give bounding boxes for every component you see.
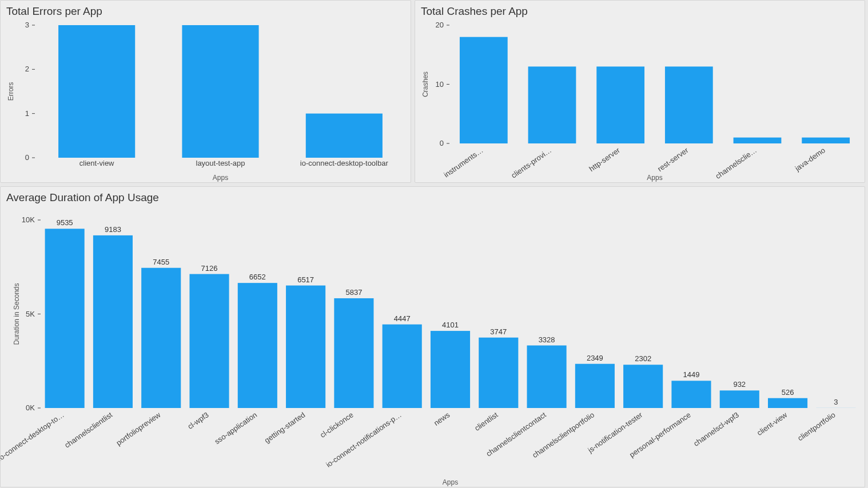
svg-text:layout-test-app: layout-test-app <box>196 159 245 167</box>
svg-text:Errors: Errors <box>7 82 15 101</box>
svg-text:clientlist: clientlist <box>473 410 500 433</box>
svg-text:5K: 5K <box>26 310 35 318</box>
svg-text:4447: 4447 <box>394 314 411 323</box>
svg-text:Duration in Seconds: Duration in Seconds <box>13 283 21 345</box>
bar <box>479 338 518 408</box>
svg-text:channelscl-wpf3: channelscl-wpf3 <box>692 410 740 448</box>
svg-text:instruments…: instruments… <box>442 146 484 179</box>
svg-text:20: 20 <box>436 22 444 29</box>
svg-text:0: 0 <box>25 153 29 162</box>
svg-text:Crashes: Crashes <box>421 71 429 97</box>
svg-text:Apps: Apps <box>213 174 228 182</box>
bar <box>286 286 325 408</box>
bar <box>528 66 576 143</box>
panel-title-duration: Average Duration of App Usage <box>1 187 865 205</box>
svg-text:3: 3 <box>25 22 29 29</box>
bar <box>768 398 807 408</box>
svg-text:cl-clickonce: cl-clickonce <box>318 410 355 439</box>
svg-text:526: 526 <box>782 388 794 397</box>
svg-text:3: 3 <box>834 398 838 406</box>
svg-text:932: 932 <box>733 380 746 389</box>
bar <box>720 390 759 408</box>
chart-crashes: 01020Crashesinstruments…clients-provi…ht… <box>415 22 865 182</box>
svg-text:Apps: Apps <box>443 478 458 486</box>
svg-text:0K: 0K <box>26 403 35 412</box>
svg-text:sso-application: sso-application <box>213 410 258 446</box>
panel-crashes: Total Crashes per App 01020Crashesinstru… <box>415 0 865 183</box>
svg-text:io-connect-notifications-p…: io-connect-notifications-p… <box>324 410 403 469</box>
svg-text:7455: 7455 <box>153 258 169 266</box>
svg-text:news: news <box>432 410 452 427</box>
svg-text:http-server: http-server <box>587 146 622 173</box>
panel-errors: Total Errors per App 0123Errorsclient-vi… <box>0 0 411 183</box>
svg-text:4101: 4101 <box>442 321 459 329</box>
svg-text:3747: 3747 <box>490 327 507 336</box>
svg-text:5837: 5837 <box>345 288 362 297</box>
bar <box>527 346 567 408</box>
svg-text:java-demo: java-demo <box>793 146 827 173</box>
svg-text:2302: 2302 <box>635 354 651 363</box>
svg-text:9535: 9535 <box>57 218 73 227</box>
panel-title-errors: Total Errors per App <box>1 1 411 19</box>
svg-text:client-view: client-view <box>755 410 789 437</box>
svg-text:getting-started: getting-started <box>263 410 307 445</box>
bar <box>334 298 373 408</box>
svg-text:7126: 7126 <box>201 264 218 273</box>
bar <box>431 331 470 408</box>
svg-text:client-view: client-view <box>79 159 114 167</box>
svg-text:clients-provi…: clients-provi… <box>509 146 553 180</box>
svg-text:io-connect-desktop-to…: io-connect-desktop-to… <box>1 410 66 462</box>
svg-text:io-connect-desktop-toolbar: io-connect-desktop-toolbar <box>300 159 389 167</box>
bar <box>623 365 663 408</box>
bar <box>306 114 383 158</box>
panel-title-crashes: Total Crashes per App <box>415 1 865 19</box>
svg-text:0: 0 <box>440 139 444 147</box>
dashboard: Total Errors per App 0123Errorsclient-vi… <box>0 0 868 487</box>
svg-text:1: 1 <box>25 109 29 118</box>
bar <box>596 66 644 143</box>
svg-text:cl-wpf3: cl-wpf3 <box>186 410 210 431</box>
svg-text:rest-server: rest-server <box>656 146 690 173</box>
bar <box>189 274 229 408</box>
bar <box>734 138 782 143</box>
svg-text:3328: 3328 <box>539 335 555 344</box>
svg-text:2: 2 <box>25 65 29 73</box>
bar <box>802 138 850 143</box>
svg-text:9183: 9183 <box>105 225 121 234</box>
bar <box>383 325 422 408</box>
svg-text:2349: 2349 <box>587 354 603 362</box>
panel-duration: Average Duration of App Usage 0K5K10KDur… <box>0 186 865 487</box>
bar <box>141 268 181 408</box>
bar <box>238 283 277 408</box>
svg-text:channelsclie…: channelsclie… <box>714 146 758 181</box>
bar <box>182 25 258 158</box>
bar <box>665 66 713 143</box>
bar <box>93 235 133 408</box>
bar <box>460 37 508 143</box>
svg-text:6652: 6652 <box>249 273 266 281</box>
svg-text:1449: 1449 <box>683 370 700 379</box>
bar <box>575 364 615 408</box>
bar <box>45 229 85 408</box>
svg-text:portfoliopreview: portfoliopreview <box>114 410 162 447</box>
chart-duration: 0K5K10KDuration in Seconds9535io-connect… <box>1 209 865 487</box>
bar <box>671 381 711 408</box>
svg-text:10: 10 <box>436 80 444 89</box>
svg-text:Apps: Apps <box>647 174 662 182</box>
svg-text:10K: 10K <box>22 215 35 224</box>
svg-text:channelsclientlist: channelsclientlist <box>63 410 114 450</box>
chart-errors: 0123Errorsclient-viewlayout-test-appio-c… <box>1 22 411 182</box>
svg-text:6517: 6517 <box>297 275 314 284</box>
bar <box>58 25 135 158</box>
svg-text:clientportfolio: clientportfolio <box>796 410 837 442</box>
